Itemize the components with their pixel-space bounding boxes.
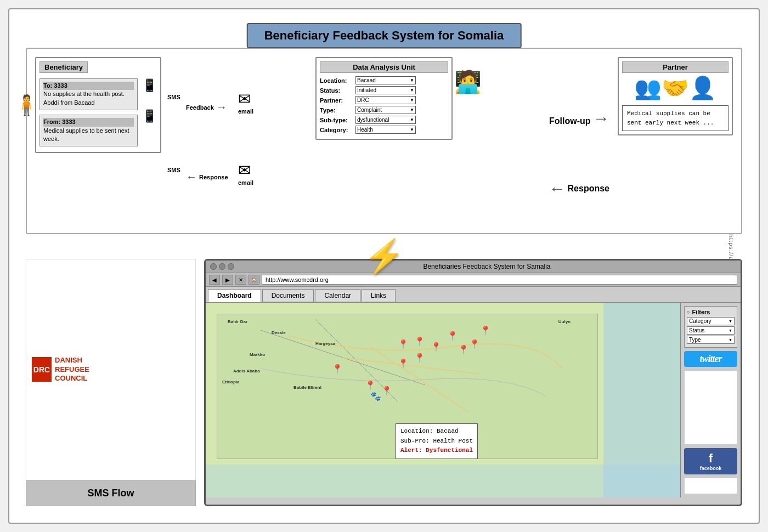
data-analysis-label: Data Analysis Unit [320,61,448,73]
left-arrow: ← [186,171,197,183]
facebook-label: facebook [687,466,734,471]
left-panel: DRC DANISH REFUGEE COUNCIL SMS Flow [26,259,196,506]
map-label-markko: Markko [250,352,265,357]
sms-from-bubble: From: 3333 Medical supplies to be sent n… [39,115,138,146]
response-label: Response [199,174,228,180]
status-row: Status: Initiated [320,86,448,94]
browser-dots [210,263,234,270]
browser-titlebar: Beneficiaries Feedback System for Samali… [206,261,741,273]
type-filter[interactable]: Type [687,336,735,344]
drc-logo: DRC DANISH REFUGEE COUNCIL [32,356,89,384]
marker-3[interactable]: 📍 [431,342,442,352]
twitter-icon: twitter [699,353,721,364]
browser-dot-1 [210,263,217,270]
home-button[interactable]: 🏠 [249,275,259,285]
marker-11[interactable]: 📍 [365,380,376,390]
marker-8[interactable]: 📍 [414,353,425,363]
filters-title: Filters [687,309,735,315]
main-title: Beneficiary Feedback System for Somalia [264,29,504,42]
meeting-icon: 👥🤝👤 [622,75,729,101]
lightning-icon: ⚡ [364,237,405,276]
flow-section: Beneficiary To: 3333 No supplies at the … [26,48,742,234]
marker-9[interactable]: 📍 [398,358,409,369]
tooltip-sub-pro: Sub-Pro: Health Post [400,437,473,446]
response-right-arrow-group: Response ← [549,179,609,198]
email-icon-bottom: ✉ email [238,161,253,186]
location-select[interactable]: Bacaad [355,76,416,84]
sms-label-bottom: SMS [167,167,180,173]
phone-icon-top: 📱 [142,78,157,93]
marker-10[interactable]: 📍 [332,364,343,374]
sidebar-empty-space [684,370,737,445]
url-bar[interactable] [262,275,737,285]
status-label: Status: [320,87,355,94]
subtype-select[interactable]: dysfunctional [355,116,416,124]
marker-1[interactable]: 📍 [398,339,409,349]
speech-bubble: Medical supplies can be sent early next … [622,105,729,131]
partner-select[interactable]: DRC [355,96,416,104]
category-filter[interactable]: Category [687,317,735,325]
sms-to-body: No supplies at the health post. Abddi fr… [43,90,134,107]
sms-from-header: From: 3333 [43,118,134,126]
map-label-ethiopia: Ethiopia [222,380,240,384]
map-label-uulyn: Uulyn [558,319,571,324]
type-select[interactable]: Complaint [355,106,416,114]
tooltip-location: Location: Bacaad [400,427,473,437]
browser-sidebar: Filters Category Status Type twitter [680,303,741,497]
marker-4[interactable]: 📍 [447,331,458,341]
partner-label: Partner: [320,97,355,104]
sms-label-top: SMS [167,94,180,100]
follow-up-label: Follow-up → [549,109,609,128]
map-background: Bahir Dar Dessie Hargeysa Uulyn Markko A… [206,303,680,497]
tab-documents[interactable]: Documents [262,289,314,302]
browser-section: Beneficiaries Feedback System for Samali… [204,259,742,506]
beneficiary-box: Beneficiary To: 3333 No supplies at the … [35,57,161,153]
marker-12[interactable]: 📍 [381,386,392,396]
subtype-label: Sub-type: [320,117,355,123]
filter-section: Filters Category Status Type [684,306,737,348]
drc-abbr: DRC [33,366,50,373]
partner-row: Partner: DRC [320,96,448,104]
tab-dashboard[interactable]: Dashboard [208,289,261,302]
sms-flow-label: SMS Flow [88,488,134,499]
phone-icon-bottom: 📱 [142,109,157,123]
tab-calendar[interactable]: Calendar [315,289,360,302]
tab-links[interactable]: Links [362,289,396,302]
marker-13[interactable]: 🐾 [370,391,381,401]
facebook-badge[interactable]: f facebook [684,448,737,474]
type-label: Type: [320,107,355,114]
map-label-hargeysa: Hargeysa [315,341,335,346]
computer-person-icon: 🧑‍💻 [454,69,482,95]
partner-section-label: Partner [622,61,729,73]
category-select[interactable]: Health [355,126,416,134]
marker-2[interactable]: 📍 [414,336,425,347]
map-label-adis: Addis Ababa [233,369,260,373]
drc-red-box: DRC [32,357,52,382]
outer-container: https://arabsalem.io Beneficiary Feedbac… [8,8,760,524]
data-analysis-box: Data Analysis Unit 🧑‍💻 Location: Bacaad … [315,57,453,140]
marker-7[interactable]: 📍 [480,325,491,336]
back-button[interactable]: ◀ [209,275,220,285]
twitter-badge[interactable]: twitter [684,351,737,367]
email-icon-top: ✉ email [238,90,253,115]
facebook-icon: f [709,451,713,465]
map-label-dessie: Dessie [272,330,286,335]
svg-line-2 [343,358,480,374]
right-arrow: → [216,101,227,114]
location-row: Location: Bacaad [320,76,448,84]
beneficiary-label: Beneficiary [39,61,88,73]
marker-5[interactable]: 📍 [458,344,469,355]
browser-toolbar: ◀ ▶ ✕ 🏠 [206,273,741,287]
forward-button[interactable]: ▶ [222,275,233,285]
close-button[interactable]: ✕ [235,275,246,285]
status-select[interactable]: Initiated [355,86,416,94]
type-row: Type: Complaint [320,106,448,114]
map-tooltip: Location: Bacaad Sub-Pro: Health Post Al… [396,423,478,459]
marker-6[interactable]: 📍 [469,339,480,349]
browser-content: Bahir Dar Dessie Hargeysa Uulyn Markko A… [206,303,741,497]
response-arrow-group: Response ← [186,171,228,183]
title-banner: Beneficiary Feedback System for Somalia [247,23,522,48]
status-filter[interactable]: Status [687,326,735,335]
beneficiary-person-icon: 🧍 [14,95,39,115]
map-label-babile: Babile Elirent [293,385,321,390]
